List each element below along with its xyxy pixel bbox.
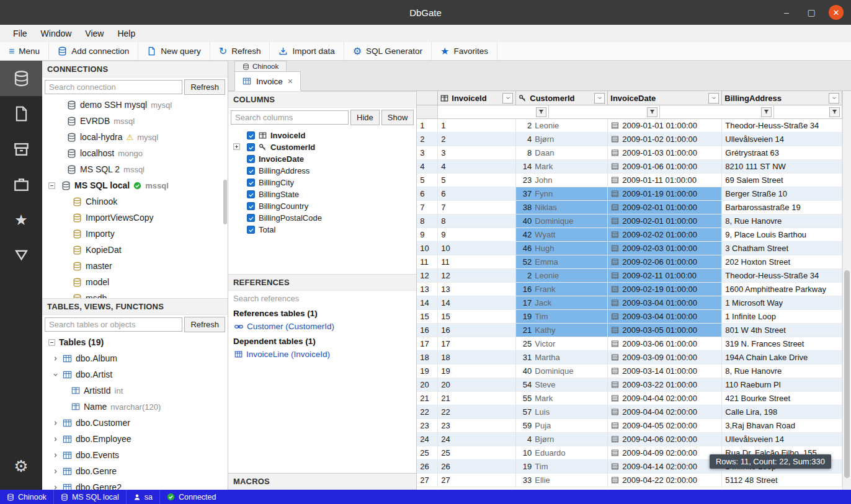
toolbar-button-new-query[interactable]: New query [138,42,210,60]
filter-cell-billingaddress[interactable] [774,105,842,119]
cell-customerid[interactable]: 40Dominique [516,365,608,378]
cell-billingaddress[interactable]: 110 Raeburn Pl [722,378,842,392]
row-number-cell[interactable]: 10 [417,242,438,255]
connections-refresh-button[interactable]: Refresh [184,79,225,95]
checkbox-checked[interactable] [247,143,255,151]
chevron-down-icon[interactable] [52,371,59,378]
cell-invoicedate[interactable]: 2009-03-22 01:00:00 [608,378,722,392]
column-menu-dropdown[interactable] [594,93,605,104]
cell-invoicedate[interactable]: 2009-04-04 02:00:00 [608,405,722,419]
tables-group[interactable]: Tables (19) [42,334,228,350]
cell-customerid[interactable]: 40Dominique [516,214,608,228]
cell-customerid[interactable]: 2Leonie [516,269,608,283]
cell-invoiceid[interactable]: 2 [438,133,516,146]
filter-funnel-icon[interactable] [536,107,546,117]
row-number-cell[interactable]: 19 [417,365,438,378]
menu-view[interactable]: View [78,26,110,41]
column-check-item[interactable]: BillingCity [228,177,416,188]
row-number-cell[interactable]: 8 [417,214,438,228]
cell-invoiceid[interactable]: 17 [438,337,516,351]
column-check-item[interactable]: BillingCountry [228,200,416,212]
checkbox-checked[interactable] [247,131,255,139]
filter-funnel-icon[interactable] [647,107,657,117]
database-item[interactable]: master [42,258,228,274]
connection-item[interactable]: MS SQL localmssql [42,177,228,193]
filter-cell-invoicedate[interactable] [660,105,774,119]
cell-invoiceid[interactable]: 20 [438,378,516,392]
cell-billingaddress[interactable]: 9, Place Louis Barthou [722,228,842,242]
toolbar-button-menu[interactable]: ≡Menu [0,42,49,60]
cell-customerid[interactable]: 8Daan [516,146,608,160]
connection-item[interactable]: localhostmongo [42,145,228,161]
cell-customerid[interactable]: 33Ellie [516,474,608,487]
cell-billingaddress[interactable]: 194A Chain Lake Drive [722,351,842,365]
reference-link-customer[interactable]: Customer (CustomerId) [228,320,416,333]
column-check-item[interactable]: Total [228,224,416,236]
cell-billingaddress[interactable]: Ullevålsveien 14 [722,133,842,146]
maximize-icon[interactable]: ▢ [804,5,819,20]
chevron-right-icon[interactable] [52,452,59,459]
cell-invoicedate[interactable]: 2009-03-09 01:00:00 [608,351,722,365]
cell-customerid[interactable]: 2Leonie [516,119,608,133]
cell-invoiceid[interactable]: 12 [438,269,516,283]
reference-link-invoiceline[interactable]: InvoiceLine (InvoiceId) [228,348,416,361]
cell-invoiceid[interactable]: 25 [438,446,516,460]
cell-invoicedate[interactable]: 2009-04-05 02:00:00 [608,419,722,433]
connection-item[interactable]: local-hydra⚠mysql [42,129,228,145]
cell-invoiceid[interactable]: 8 [438,214,516,228]
cell-customerid[interactable]: 14Mark [516,160,608,174]
database-item[interactable]: model [42,274,228,290]
column-check-item[interactable]: BillingState [228,188,416,200]
cell-invoiceid[interactable]: 13 [438,283,516,296]
row-number-cell[interactable]: 16 [417,324,438,337]
cell-customerid[interactable]: 54Steve [516,378,608,392]
database-item[interactable]: msdb [42,290,228,298]
row-number-cell[interactable]: 7 [417,201,438,214]
connection-item[interactable]: demo SSH mysqlmysql [42,97,228,113]
toolbar-button-add-connection[interactable]: Add connection [49,42,138,60]
checkbox-checked[interactable] [247,214,255,222]
filter-cell-invoiceid[interactable] [438,105,549,119]
row-number-cell[interactable]: 18 [417,351,438,365]
cell-customerid[interactable]: 19Tim [516,310,608,324]
menu-window[interactable]: Window [34,26,79,41]
cell-customerid[interactable]: 55Mark [516,392,608,405]
cell-invoiceid[interactable]: 22 [438,405,516,419]
cell-invoicedate[interactable]: 2009-02-02 01:00:00 [608,228,722,242]
connection-item[interactable]: EVRDBmssql [42,113,228,129]
toolbar-button-favorites[interactable]: ★Favorites [432,42,497,60]
cell-invoiceid[interactable]: 11 [438,255,516,269]
rail-star[interactable]: ★ [0,202,42,237]
cell-customerid[interactable]: 42Wyatt [516,228,608,242]
cell-billingaddress[interactable]: 69 Salem Street [722,174,842,187]
rail-file[interactable] [0,96,42,131]
search-connection-input[interactable] [45,80,182,94]
cell-billingaddress[interactable]: 1 Microsoft Way [722,296,842,310]
cell-billingaddress[interactable]: 5112 48 Street [722,474,842,487]
cell-invoicedate[interactable]: 2009-04-14 02:00:00 [608,460,722,474]
cell-invoicedate[interactable]: 2009-04-06 02:00:00 [608,433,722,446]
column-header-invoicedate[interactable]: InvoiceDate [608,91,722,105]
row-number-cell[interactable]: 5 [417,174,438,187]
filter-input[interactable] [662,108,761,117]
cell-invoicedate[interactable]: 2009-03-14 01:00:00 [608,365,722,378]
search-columns-input[interactable] [231,110,349,125]
row-number-cell[interactable]: 15 [417,310,438,324]
collapse-icon[interactable] [48,182,55,189]
cell-invoicedate[interactable]: 2009-02-01 01:00:00 [608,214,722,228]
table-item[interactable]: dbo.Genre [42,463,228,479]
cell-customerid[interactable]: 52Emma [516,255,608,269]
collapse-icon[interactable] [48,339,55,346]
cell-billingaddress[interactable]: Theodor-Heuss-Straße 34 [722,269,842,283]
close-icon[interactable]: ✕ [829,5,844,20]
filter-input[interactable] [440,108,536,117]
cell-customerid[interactable]: 46Hugh [516,242,608,255]
row-number-cell[interactable]: 20 [417,378,438,392]
row-number-cell[interactable]: 13 [417,283,438,296]
chevron-right-icon[interactable] [52,436,59,443]
column-menu-dropdown[interactable] [502,93,513,104]
toolbar-button-sql-generator[interactable]: ⚙SQL Generator [344,42,432,60]
cell-invoicedate[interactable]: 2009-01-03 01:00:00 [608,146,722,160]
cell-invoicedate[interactable]: 2009-04-04 02:00:00 [608,392,722,405]
cell-billingaddress[interactable]: Ullevålsveien 14 [722,433,842,446]
